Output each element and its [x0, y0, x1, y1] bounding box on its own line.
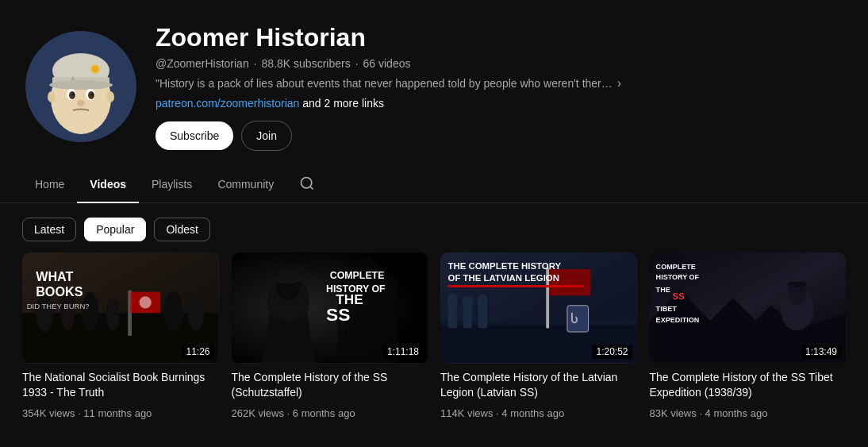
video-meta-2: 262K views · 6 months ago: [232, 407, 428, 419]
channel-description: "History is a pack of lies about events …: [156, 76, 843, 91]
svg-point-12: [48, 91, 56, 102]
svg-text:SS: SS: [325, 304, 349, 325]
svg-point-21: [36, 295, 54, 333]
svg-text:OF THE LATVIAN LEGION: OF THE LATVIAN LEGION: [448, 274, 559, 283]
video-count: 66 videos: [363, 57, 411, 70]
filter-latest[interactable]: Latest: [22, 218, 76, 241]
channel-avatar: ▲: [25, 31, 136, 142]
svg-point-10: [91, 94, 94, 96]
video-title-2: The Complete History of the SS (Schutzst…: [232, 370, 428, 401]
join-button[interactable]: Join: [241, 121, 292, 151]
filter-popular[interactable]: Popular: [84, 218, 146, 241]
svg-text:SS: SS: [672, 292, 685, 302]
video-meta-4: 83K views · 4 months ago: [650, 407, 847, 419]
svg-point-4: [49, 80, 113, 90]
svg-point-47: [447, 294, 458, 306]
duration-badge-2: 1:11:18: [383, 345, 423, 359]
video-card-1[interactable]: WHAT BOOKS DID THEY BURN? 11:26 The Nati…: [22, 252, 219, 418]
video-meta-3: 114K views · 4 months ago: [440, 407, 637, 419]
thumbnail-2: COMPLETE HISTORY OF THE SS 1:11:18: [232, 252, 428, 363]
svg-text:EXPEDITION: EXPEDITION: [655, 316, 699, 324]
svg-point-17: [301, 177, 312, 187]
svg-text:COMPLETE: COMPLETE: [655, 263, 695, 271]
channel-info: Zoomer Historian @ZoomerHistorian · 88.8…: [156, 22, 843, 151]
svg-point-9: [72, 94, 75, 96]
svg-text:TIBET: TIBET: [655, 306, 677, 314]
svg-rect-59: [448, 285, 584, 287]
svg-rect-50: [478, 302, 487, 328]
thumbnail-3: Ⴑ THE COMPLETE HISTORY OF THE LATVIAN LE…: [440, 252, 637, 363]
search-icon[interactable]: [293, 168, 321, 202]
svg-rect-46: [448, 302, 457, 328]
description-expand-icon[interactable]: ›: [617, 76, 621, 91]
video-title-4: The Complete History of the SS Tibet Exp…: [650, 370, 847, 401]
channel-meta: @ZoomerHistorian · 88.8K subscribers · 6…: [156, 57, 843, 70]
tab-community[interactable]: Community: [205, 167, 286, 203]
subscriber-count: 88.8K subscribers: [262, 57, 351, 70]
channel-links: patreon.com/zoomerhistorian and 2 more l…: [156, 97, 843, 110]
video-card-2[interactable]: COMPLETE HISTORY OF THE SS 1:11:18 The C…: [232, 252, 428, 418]
channel-actions: Subscribe Join: [156, 121, 843, 151]
svg-text:BOOKS: BOOKS: [36, 285, 83, 299]
duration-badge-4: 1:13:49: [801, 345, 841, 359]
video-card-4[interactable]: COMPLETE HISTORY OF THE SS TIBET EXPEDIT…: [650, 252, 847, 418]
video-grid: WHAT BOOKS DID THEY BURN? 11:26 The Nati…: [0, 252, 868, 437]
subscribe-button[interactable]: Subscribe: [156, 121, 233, 150]
tab-videos[interactable]: Videos: [77, 167, 139, 203]
svg-text:DID THEY BURN?: DID THEY BURN?: [27, 302, 90, 310]
svg-point-16: [92, 66, 98, 72]
channel-name: Zoomer Historian: [156, 22, 843, 52]
filter-row: Latest Popular Oldest: [0, 203, 868, 252]
svg-point-24: [106, 299, 120, 332]
description-text: "History is a pack of lies about events …: [156, 77, 613, 90]
duration-badge-1: 11:26: [182, 345, 213, 359]
video-title-3: The Complete History of the Latvian Legi…: [440, 370, 637, 401]
svg-point-23: [82, 292, 98, 332]
svg-text:COMPLETE: COMPLETE: [329, 271, 384, 282]
svg-point-29: [140, 297, 152, 309]
svg-text:THE COMPLETE HISTORY: THE COMPLETE HISTORY: [448, 261, 562, 271]
svg-point-64: [787, 282, 807, 288]
svg-point-51: [478, 295, 488, 306]
tab-home[interactable]: Home: [22, 167, 77, 203]
video-meta-1: 354K views · 11 months ago: [22, 407, 219, 419]
svg-text:WHAT: WHAT: [36, 270, 73, 284]
svg-rect-38: [278, 269, 298, 279]
filter-oldest[interactable]: Oldest: [154, 218, 209, 241]
thumbnail-4: COMPLETE HISTORY OF THE SS TIBET EXPEDIT…: [650, 252, 847, 363]
svg-point-13: [106, 91, 114, 102]
svg-point-49: [463, 296, 473, 308]
primary-link[interactable]: patreon.com/zoomerhistorian: [156, 97, 299, 110]
video-card-3[interactable]: Ⴑ THE COMPLETE HISTORY OF THE LATVIAN LE…: [440, 252, 637, 418]
more-links-text: and 2 more links: [302, 97, 384, 110]
video-title-1: The National Socialist Book Burnings 193…: [22, 370, 219, 401]
duration-badge-3: 1:20:52: [592, 345, 632, 359]
tab-playlists[interactable]: Playlists: [139, 167, 205, 203]
channel-header: ▲ Zoomer Historian @ZoomerHistorian · 88…: [0, 0, 868, 167]
svg-text:HISTORY OF: HISTORY OF: [655, 274, 699, 282]
svg-text:THE: THE: [655, 286, 670, 294]
svg-text:▲: ▲: [69, 73, 77, 82]
svg-point-25: [163, 291, 183, 332]
thumbnail-1: WHAT BOOKS DID THEY BURN? 11:26: [22, 252, 219, 363]
svg-point-11: [77, 100, 85, 106]
channel-handle: @ZoomerHistorian: [156, 57, 249, 70]
channel-nav: Home Videos Playlists Community: [0, 167, 868, 203]
svg-text:Ⴑ: Ⴑ: [570, 312, 578, 326]
svg-point-26: [187, 295, 204, 332]
